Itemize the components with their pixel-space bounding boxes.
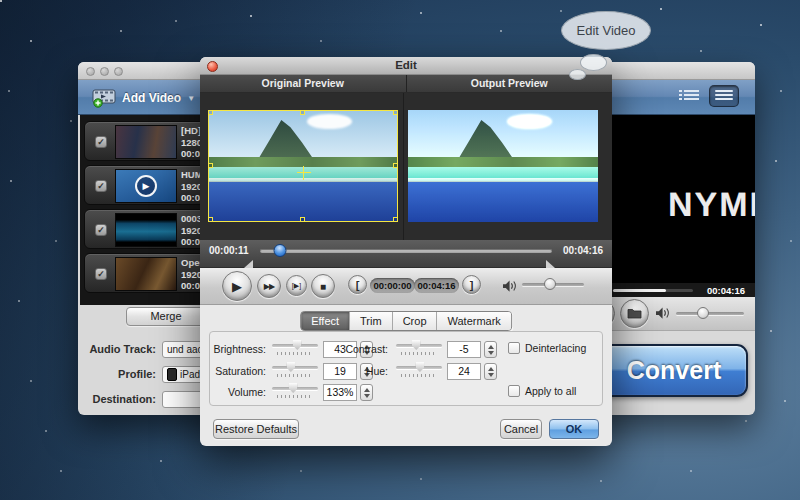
video-list-item[interactable]: ✓ 0003 1920 00:00 [84,209,208,249]
progress-track[interactable] [613,289,693,292]
profile-label: Profile: [66,368,156,380]
video-thumbnail [115,125,177,159]
crop-selection[interactable] [208,110,398,222]
tab-effect[interactable]: Effect [301,312,350,330]
restore-defaults-button[interactable]: Restore Defaults [213,419,299,439]
tab-watermark[interactable]: Watermark [438,312,511,330]
minimize-button[interactable] [100,67,109,76]
detail-view-button[interactable] [709,85,739,107]
add-video-button[interactable]: Add Video ▼ [92,85,195,111]
saturation-slider[interactable] [272,362,318,377]
contrast-value[interactable]: -5 [447,341,481,358]
original-preview-label: Original Preview [200,75,407,92]
hue-stepper[interactable] [484,363,497,380]
volume-knob[interactable] [544,278,556,290]
video-resolution: 1920 [181,181,202,192]
crop-handle[interactable] [300,110,305,115]
trim-start-marker[interactable] [244,260,253,268]
hue-slider[interactable] [396,362,442,377]
speaker-icon [656,307,671,319]
video-duration: 00:0 [181,280,200,291]
volume-slider[interactable] [676,306,744,320]
elapsed-time: 00:00:11 [209,245,248,256]
video-name: 0003 [181,213,202,224]
volume-value[interactable]: 133% [323,384,357,401]
close-button[interactable] [86,67,95,76]
item-checkbox[interactable]: ✓ [95,268,107,280]
play-segment-button[interactable]: [▶] [286,275,307,296]
desktop: Add Video ▼ ✓ [HD] 1280 00:04 ✓ ▶ HUM 19 [0,0,800,500]
chevron-down-icon: ▼ [187,94,195,103]
contrast-label: Contrast: [332,343,388,355]
volume-effect-slider[interactable] [272,383,318,398]
video-list-item[interactable]: ✓ Open 1920 00:0 [84,253,208,293]
stop-button[interactable]: ■ [311,274,335,298]
duration-label: 00:04:16 [707,285,745,296]
deinterlacing-checkbox[interactable]: Deinterlacing [508,342,586,354]
edit-tabs: Effect Trim Crop Watermark [300,311,512,331]
play-button[interactable]: ▶ [222,271,252,301]
brightness-label: Brightness: [210,343,266,355]
video-thumbnail [115,213,177,247]
total-time: 00:04:16 [563,245,603,256]
crop-handle[interactable] [393,110,398,115]
volume-knob[interactable] [697,307,709,319]
close-button[interactable] [207,61,218,72]
video-list-item[interactable]: ✓ [HD] 1280 00:04 [84,121,208,161]
device-icon [167,368,177,381]
crop-handle[interactable] [208,110,213,115]
trim-end-field[interactable]: 00:04:16 [414,278,459,293]
trim-end-marker[interactable] [546,260,555,268]
zoom-button[interactable] [114,67,123,76]
item-checkbox[interactable]: ✓ [95,136,107,148]
dialog-titlebar: Edit [200,57,612,75]
edit-video-tooltip: Edit Video [561,11,651,50]
play-overlay-icon[interactable]: ▶ [135,175,157,197]
video-list: ✓ [HD] 1280 00:04 ✓ ▶ HUM 1920 00:04 ✓ 0… [80,115,208,305]
timeline-bar: 00:00:11 00:04:16 [200,240,612,268]
tab-crop[interactable]: Crop [393,312,438,330]
tooltip-tail [580,54,607,71]
item-checkbox[interactable]: ✓ [95,180,107,192]
add-video-label: Add Video [122,91,181,105]
trim-start-field[interactable]: 00:00:00 [370,278,415,293]
transport-bar: ▶ ▶▶ [▶] ■ [ 00:00:00 00:04:16 ] [200,268,612,305]
volume-stepper[interactable] [360,384,373,401]
list-view-button[interactable] [679,88,699,104]
video-thumbnail [115,257,177,291]
fast-forward-button[interactable]: ▶▶ [257,274,281,298]
convert-button[interactable]: Convert [600,344,748,397]
seek-slider[interactable] [260,244,552,258]
merge-button[interactable]: Merge [126,307,206,326]
apply-to-all-checkbox[interactable]: Apply to all [508,385,576,397]
crop-handle[interactable] [208,217,213,222]
video-resolution: 1920 [181,269,202,280]
preview-volume-slider[interactable] [522,277,584,291]
crop-handle[interactable] [208,163,213,168]
crop-handle[interactable] [393,217,398,222]
seek-knob[interactable] [274,244,287,257]
item-checkbox[interactable]: ✓ [95,224,107,236]
video-thumbnail: ▶ [115,169,177,203]
saturation-label: Saturation: [210,365,266,377]
cancel-button[interactable]: Cancel [500,419,542,439]
crop-handle[interactable] [300,217,305,222]
progress-fill [613,289,666,292]
ok-button[interactable]: OK [549,419,599,439]
contrast-stepper[interactable] [484,341,497,358]
open-folder-button[interactable] [620,299,649,328]
brightness-slider[interactable] [272,340,318,355]
tab-trim[interactable]: Trim [350,312,393,330]
audio-track-label: Audio Track: [66,343,156,355]
output-preview-frame [408,110,598,222]
crop-crosshair-icon[interactable] [297,166,311,180]
trim-end-button[interactable]: ] [462,275,481,294]
speaker-icon [503,280,518,292]
hue-label: Hue: [332,365,388,377]
crop-handle[interactable] [393,163,398,168]
contrast-slider[interactable] [396,340,442,355]
trim-start-button[interactable]: [ [348,275,367,294]
folder-icon [627,308,642,319]
video-list-item[interactable]: ✓ ▶ HUM 1920 00:04 [84,165,208,205]
hue-value[interactable]: 24 [447,363,481,380]
